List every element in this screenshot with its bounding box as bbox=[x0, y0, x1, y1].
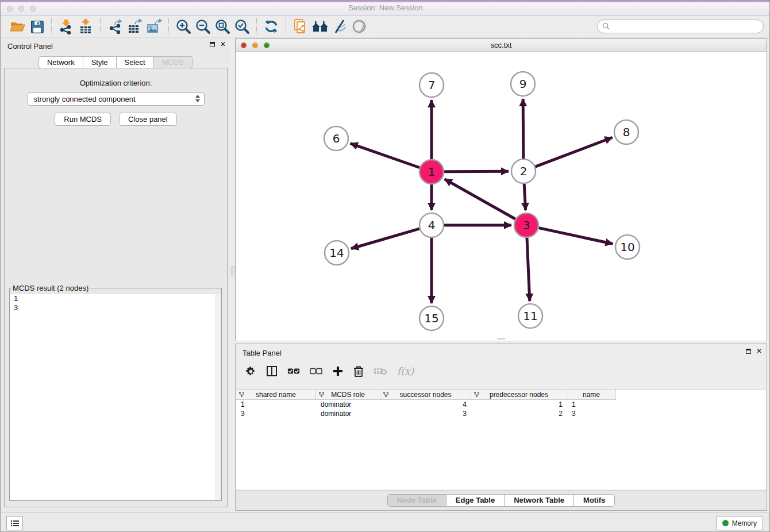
window-title: Session: New Session bbox=[1, 3, 770, 12]
tab-network[interactable]: Network bbox=[38, 56, 83, 68]
tab-select[interactable]: Select bbox=[117, 56, 154, 68]
columns-icon bbox=[266, 365, 278, 377]
search-field[interactable] bbox=[597, 20, 764, 33]
tab-style[interactable]: Style bbox=[83, 56, 117, 68]
graph-node-label: 3 bbox=[523, 218, 530, 232]
network-canvas[interactable]: 7968124314101511 bbox=[236, 52, 767, 341]
settings-button[interactable] bbox=[245, 366, 256, 377]
select-all-rows-button[interactable] bbox=[287, 368, 300, 375]
column-header-shared-name[interactable]: shared name bbox=[236, 390, 316, 399]
open-session-button[interactable] bbox=[7, 17, 27, 36]
import-table-button[interactable] bbox=[76, 17, 95, 36]
import-network-button[interactable] bbox=[56, 17, 76, 36]
zoom-in-icon bbox=[175, 18, 191, 34]
tab-mcds[interactable]: MCDS bbox=[154, 56, 192, 68]
cell-name[interactable]: 3 bbox=[567, 409, 616, 418]
float-panel-icon[interactable] bbox=[210, 42, 215, 47]
column-header-predecessor-nodes[interactable]: predecessor nodes bbox=[471, 390, 567, 399]
zoom-selected-button[interactable] bbox=[232, 17, 252, 36]
graph-edge[interactable] bbox=[444, 171, 509, 172]
show-hidden-button[interactable] bbox=[349, 17, 369, 36]
column-header-successor-nodes[interactable]: successor nodes bbox=[380, 390, 471, 399]
tab-edge-table[interactable]: Edge Table bbox=[446, 494, 505, 507]
column-header-mcds-role[interactable]: MCDS role bbox=[316, 390, 380, 399]
graph-edge[interactable] bbox=[351, 229, 419, 249]
graph-edge[interactable] bbox=[527, 238, 530, 301]
refresh-button[interactable] bbox=[261, 17, 281, 36]
cell-name[interactable]: 1 bbox=[567, 400, 616, 409]
export-network-button[interactable] bbox=[105, 17, 125, 36]
table-row[interactable]: 1 dominator 4 1 1 bbox=[236, 400, 616, 409]
run-mcds-button[interactable]: Run MCDS bbox=[55, 113, 111, 126]
result-line: 1 bbox=[10, 294, 221, 303]
cell-shared-name[interactable]: 3 bbox=[236, 409, 316, 418]
deselect-all-icon bbox=[310, 368, 322, 375]
cell-predecessor-nodes[interactable]: 1 bbox=[471, 400, 567, 409]
memory-status-icon bbox=[722, 520, 729, 526]
add-column-button[interactable] bbox=[332, 365, 344, 377]
network-window-titlebar[interactable]: ✕ − + scc.txt bbox=[236, 39, 767, 52]
graph-edge[interactable] bbox=[539, 228, 613, 244]
show-columns-button[interactable] bbox=[266, 365, 278, 377]
hide-selected-button[interactable] bbox=[330, 17, 349, 36]
cell-mcds-role[interactable]: dominator bbox=[316, 400, 380, 409]
graph-edge[interactable] bbox=[351, 144, 420, 168]
cell-shared-name[interactable]: 1 bbox=[236, 400, 316, 409]
column-header-name[interactable]: name bbox=[567, 390, 616, 399]
criterion-value: strongly connected component bbox=[34, 95, 136, 103]
first-neighbors-button[interactable] bbox=[310, 17, 330, 36]
graph-node-label: 10 bbox=[620, 240, 634, 254]
save-session-button[interactable] bbox=[27, 17, 47, 36]
zoom-in-button[interactable] bbox=[174, 17, 193, 36]
result-scrollbar[interactable] bbox=[215, 294, 221, 500]
table-toolbar: f(x) bbox=[236, 360, 414, 382]
graph-edge[interactable] bbox=[536, 137, 613, 167]
clone-network-button[interactable] bbox=[291, 17, 310, 36]
deselect-all-rows-button[interactable] bbox=[310, 368, 322, 375]
show-task-history-button[interactable] bbox=[6, 516, 23, 530]
mcds-panel: Optimization criterion: strongly connect… bbox=[4, 68, 228, 507]
clone-network-icon bbox=[292, 18, 309, 34]
graph-node-label: 11 bbox=[523, 309, 537, 323]
table-panel-title: Table Panel bbox=[242, 349, 282, 357]
float-panel-icon[interactable] bbox=[746, 349, 751, 354]
delete-column-button[interactable] bbox=[353, 365, 364, 377]
main-toolbar bbox=[1, 16, 770, 37]
cell-successor-nodes[interactable]: 4 bbox=[380, 400, 471, 409]
memory-button[interactable]: Memory bbox=[716, 516, 763, 530]
tab-motifs[interactable]: Motifs bbox=[574, 494, 615, 507]
function-builder-button[interactable]: f(x) bbox=[397, 365, 414, 377]
criterion-dropdown[interactable]: strongly connected component bbox=[28, 92, 205, 106]
export-image-button[interactable] bbox=[144, 17, 164, 36]
close-panel-icon[interactable]: ✕ bbox=[220, 41, 226, 48]
tab-node-table[interactable]: Node Table bbox=[387, 494, 446, 507]
graph-node-label: 9 bbox=[519, 77, 527, 91]
search-icon bbox=[602, 22, 610, 30]
close-panel-button[interactable]: Close panel bbox=[119, 113, 177, 126]
control-panel-header: Control Panel ✕ bbox=[1, 37, 230, 53]
delete-table-button[interactable] bbox=[374, 367, 387, 376]
tab-network-table[interactable]: Network Table bbox=[505, 494, 574, 507]
graph-edge[interactable] bbox=[524, 184, 525, 210]
trash-icon bbox=[353, 365, 364, 377]
graph-edge[interactable] bbox=[523, 99, 523, 159]
close-panel-icon[interactable]: ✕ bbox=[756, 348, 762, 354]
table-row[interactable]: 3 dominator 3 2 3 bbox=[236, 409, 616, 418]
cell-successor-nodes[interactable]: 3 bbox=[380, 409, 471, 418]
cell-predecessor-nodes[interactable]: 2 bbox=[471, 409, 567, 418]
list-icon bbox=[10, 519, 20, 527]
zoom-out-button[interactable] bbox=[193, 17, 213, 36]
toolbar-separator bbox=[286, 18, 286, 34]
cell-mcds-role[interactable]: dominator bbox=[316, 409, 380, 418]
window-resize-handle[interactable] bbox=[497, 338, 505, 340]
graph-node-label: 2 bbox=[520, 164, 528, 178]
search-input[interactable] bbox=[613, 22, 759, 30]
export-table-button[interactable] bbox=[125, 17, 144, 36]
splitter-grip[interactable] bbox=[231, 266, 234, 276]
mcds-result-textarea[interactable]: 1 3 bbox=[10, 294, 221, 500]
delete-table-icon bbox=[374, 367, 387, 376]
zoom-fit-button[interactable] bbox=[213, 17, 232, 36]
graph-edge[interactable] bbox=[445, 179, 515, 219]
panel-splitter[interactable] bbox=[230, 37, 235, 512]
node-table[interactable]: shared name MCDS role successor nodes pr… bbox=[236, 389, 766, 489]
